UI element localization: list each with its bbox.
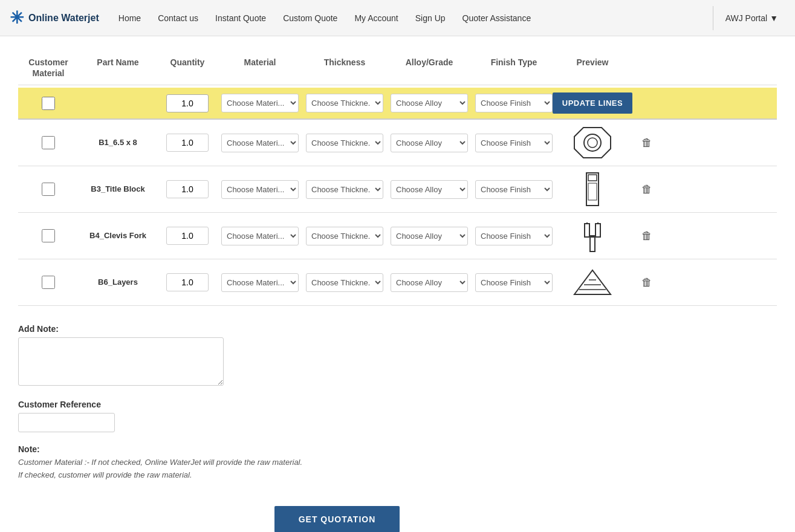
note-text: Customer Material :- If not checked, Onl…: [18, 456, 777, 482]
svg-point-2: [588, 138, 597, 148]
row1-qty-input[interactable]: [166, 134, 209, 152]
row4-delete-button[interactable]: 🗑: [641, 276, 652, 289]
row3-checkbox[interactable]: [42, 229, 55, 242]
row4-alloy-cell: Choose Alloy: [387, 273, 472, 292]
th-customer-material: CustomerMaterial: [18, 57, 79, 79]
row4-finish-cell: Choose Finish: [472, 273, 556, 292]
row4-delete-cell: 🗑: [629, 276, 665, 289]
table-row: B3_Title Block Choose Materi... Choose T…: [18, 166, 777, 213]
row3-qty-input[interactable]: [166, 227, 209, 245]
add-note-textarea[interactable]: [18, 337, 224, 386]
row1-qty-cell: [157, 134, 218, 152]
row2-qty-input[interactable]: [166, 180, 209, 198]
brand-label: Online Waterjet: [28, 13, 99, 24]
row3-delete-cell: 🗑: [629, 230, 665, 242]
svg-rect-5: [588, 183, 597, 200]
update-row-button-cell: UPDATE LINES: [556, 92, 629, 114]
update-row-material-cell: Choose Materi...: [218, 94, 302, 112]
row1-material-select[interactable]: Choose Materi...: [221, 134, 299, 152]
row1-finish-select[interactable]: Choose Finish: [475, 134, 553, 152]
home-link[interactable]: Home: [111, 8, 148, 28]
table-row: B6_Layers Choose Materi... Choose Thickn…: [18, 259, 777, 306]
awj-portal-menu[interactable]: AWJ Portal ▼: [718, 8, 785, 28]
chevron-down-icon: ▼: [770, 13, 778, 23]
row3-qty-cell: [157, 227, 218, 245]
brand[interactable]: ✳ Online Waterjet: [10, 8, 99, 28]
row2-thickness-select[interactable]: Choose Thickne...: [306, 180, 383, 199]
row1-partname-cell: B1_6.5 x 8: [79, 138, 157, 148]
row1-alloy-select[interactable]: Choose Alloy: [391, 134, 468, 152]
svg-point-1: [584, 134, 601, 151]
row1-thickness-select[interactable]: Choose Thickne...: [306, 134, 383, 152]
row4-alloy-select[interactable]: Choose Alloy: [391, 273, 468, 292]
update-row-material-select[interactable]: Choose Materi...: [221, 94, 299, 112]
row4-checkbox[interactable]: [42, 276, 55, 289]
update-row-thickness-select[interactable]: Choose Thickne...: [306, 94, 383, 112]
row1-checkbox[interactable]: [42, 136, 55, 149]
row2-delete-button[interactable]: 🗑: [641, 183, 652, 196]
row3-alloy-cell: Choose Alloy: [387, 227, 472, 245]
row3-material-select[interactable]: Choose Materi...: [221, 227, 299, 245]
row3-delete-button[interactable]: 🗑: [641, 230, 652, 242]
update-row-qty-input[interactable]: [166, 94, 209, 112]
row4-material-select[interactable]: Choose Materi...: [221, 273, 299, 292]
row2-thickness-cell: Choose Thickne...: [302, 180, 387, 199]
table-row: B1_6.5 x 8 Choose Materi... Choose Thick…: [18, 120, 777, 166]
row4-finish-select[interactable]: Choose Finish: [475, 273, 553, 292]
row1-part-name: B1_6.5 x 8: [99, 138, 137, 148]
bottom-section: Add Note: Customer Reference Note: Custo…: [18, 324, 777, 532]
row3-thickness-cell: Choose Thickne...: [302, 227, 387, 245]
row2-alloy-select[interactable]: Choose Alloy: [391, 180, 468, 199]
note-text-line2: If checked, customer will provide the ra…: [18, 470, 192, 479]
th-part-name: Part Name: [79, 57, 157, 79]
row3-alloy-select[interactable]: Choose Alloy: [391, 227, 468, 245]
row4-qty-cell: [157, 273, 218, 291]
custom-quote-link[interactable]: Custom Quote: [276, 8, 345, 28]
th-finish-type: Finish Type: [472, 57, 556, 79]
row4-qty-input[interactable]: [166, 273, 209, 291]
th-thickness: Thickness: [302, 57, 387, 79]
row3-preview-image: [571, 218, 614, 254]
svg-rect-8: [595, 224, 600, 237]
sign-up-link[interactable]: Sign Up: [408, 8, 453, 28]
row3-thickness-select[interactable]: Choose Thickne...: [306, 227, 383, 245]
update-row-alloy-select[interactable]: Choose Alloy: [391, 94, 468, 112]
row1-preview-image: [571, 125, 614, 161]
row2-checkbox[interactable]: [42, 183, 55, 196]
row1-preview-cell: [556, 125, 629, 161]
update-row: Choose Materi... Choose Thickne... Choos…: [18, 88, 777, 120]
contact-link[interactable]: Contact us: [151, 8, 206, 28]
row4-material-cell: Choose Materi...: [218, 273, 302, 292]
row2-material-select[interactable]: Choose Materi...: [221, 180, 299, 199]
instant-quote-link[interactable]: Instant Quote: [208, 8, 273, 28]
update-row-checkbox[interactable]: [42, 97, 55, 110]
row1-delete-button[interactable]: 🗑: [641, 137, 652, 149]
table-header: CustomerMaterial Part Name Quantity Mate…: [18, 51, 777, 85]
th-alloy-grade: Alloy/Grade: [387, 57, 472, 79]
snowflake-icon: ✳: [10, 8, 24, 28]
svg-rect-6: [590, 236, 595, 251]
customer-reference-input[interactable]: [18, 413, 115, 432]
row3-finish-select[interactable]: Choose Finish: [475, 227, 553, 245]
svg-rect-4: [588, 175, 597, 181]
row3-checkbox-cell: [18, 229, 79, 242]
my-account-link[interactable]: My Account: [347, 8, 405, 28]
th-quantity: Quantity: [157, 57, 218, 79]
nav-links: Home Contact us Instant Quote Custom Quo…: [111, 8, 708, 28]
row3-material-cell: Choose Materi...: [218, 227, 302, 245]
update-row-finish-select[interactable]: Choose Finish: [475, 94, 553, 112]
row2-finish-select[interactable]: Choose Finish: [475, 180, 553, 199]
note-text-line1: Customer Material :- If not checked, Onl…: [18, 458, 302, 467]
row4-preview-cell: [556, 264, 629, 300]
row1-delete-cell: 🗑: [629, 137, 665, 149]
row2-finish-cell: Choose Finish: [472, 180, 556, 199]
svg-rect-7: [585, 224, 589, 237]
quoter-assistance-link[interactable]: Quoter Assistance: [455, 8, 539, 28]
portal-label: AWJ Portal: [725, 13, 768, 23]
row4-thickness-select[interactable]: Choose Thickne...: [306, 273, 383, 292]
row2-material-cell: Choose Materi...: [218, 180, 302, 199]
get-quotation-button[interactable]: GET QUOTATION: [274, 506, 400, 532]
update-lines-button[interactable]: UPDATE LINES: [553, 92, 632, 114]
row2-preview-cell: [556, 171, 629, 207]
row2-partname-cell: B3_Title Block: [79, 184, 157, 195]
